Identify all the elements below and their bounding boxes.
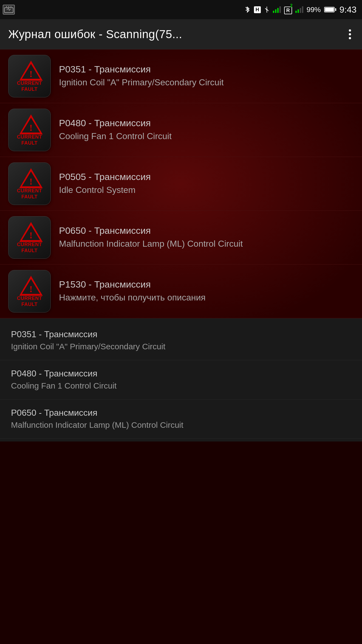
fault-badge-text-3: CURRENT FAULT xyxy=(17,242,42,254)
bluetooth-icon xyxy=(244,5,251,14)
fault-info-3: P0650 - Трансмиссия Malfunction Indicato… xyxy=(59,225,354,250)
warning-triangle-3: ! xyxy=(19,221,41,241)
app-title: Журнал ошибок - Scanning(75... xyxy=(8,28,182,41)
fault-code-1: P0480 - Трансмиссия xyxy=(59,118,354,128)
fault-badge-4: ! CURRENT FAULT xyxy=(8,270,51,313)
battery-percent: 99% xyxy=(307,5,321,14)
fault-code-2: P0505 - Трансмиссия xyxy=(59,171,354,182)
history-desc-2: Malfunction Indicator Lamp (ML) Control … xyxy=(11,420,351,430)
battery-icon xyxy=(324,7,336,12)
signal-bars-2 xyxy=(295,6,303,13)
status-left xyxy=(3,5,15,15)
fault-info-4: P1530 - Трансмиссия Нажмите, чтобы получ… xyxy=(59,279,354,303)
history-item-2[interactable]: P0650 - Трансмиссия Malfunction Indicato… xyxy=(0,400,362,439)
status-time: 9:43 xyxy=(340,5,357,15)
fault-badge-text-2: CURRENT FAULT xyxy=(17,188,42,200)
fault-item-3[interactable]: ! CURRENT FAULT P0650 - Трансмиссия Malf… xyxy=(0,211,362,265)
more-menu-button[interactable] xyxy=(346,27,354,42)
fault-badge-text-4: CURRENT FAULT xyxy=(17,296,42,307)
fault-badge-3: ! CURRENT FAULT xyxy=(8,216,51,259)
svg-text:!: ! xyxy=(29,230,32,240)
fault-badge-text-1: CURRENT FAULT xyxy=(17,134,42,146)
fault-desc-4: Нажмите, чтобы получить описания xyxy=(59,292,354,303)
fault-info-0: P0351 - Трансмиссия Ignition Coil "A" Pr… xyxy=(59,64,354,88)
fault-badge-text-0: CURRENT FAULT xyxy=(17,80,42,92)
data-arrows-icon xyxy=(264,6,270,13)
warning-triangle-4: ! xyxy=(19,275,41,294)
history-item-1[interactable]: P0480 - Трансмиссия Cooling Fan 1 Contro… xyxy=(0,360,362,400)
history-code-2: P0650 - Трансмиссия xyxy=(11,408,351,418)
network-h-badge: H xyxy=(254,6,261,13)
warning-triangle-0: ! xyxy=(19,60,41,79)
fault-desc-3: Malfunction Indicator Lamp (ML) Control … xyxy=(59,238,354,250)
network-r-area: 2 R xyxy=(284,5,292,14)
fault-item-1[interactable]: ! CURRENT FAULT P0480 - Трансмиссия Cool… xyxy=(0,103,362,157)
fault-badge-0: ! CURRENT FAULT xyxy=(8,55,51,97)
signal-bars-1 xyxy=(273,6,281,13)
fault-code-0: P0351 - Трансмиссия xyxy=(59,64,354,75)
fault-code-3: P0650 - Трансмиссия xyxy=(59,225,354,236)
svg-text:!: ! xyxy=(29,123,32,133)
fault-desc-2: Idle Control System xyxy=(59,184,354,196)
history-item-0[interactable]: P0351 - Трансмиссия Ignition Coil "A" Pr… xyxy=(0,321,362,360)
fault-code-4: P1530 - Трансмиссия xyxy=(59,279,354,290)
history-code-0: P0351 - Трансмиссия xyxy=(11,329,351,339)
status-bar: H 2 R 99% 9:43 xyxy=(0,0,362,19)
svg-rect-0 xyxy=(4,8,13,13)
current-faults-section: ! CURRENT FAULT P0351 - Трансмиссия Igni… xyxy=(0,49,362,318)
status-right: H 2 R 99% 9:43 xyxy=(244,5,357,15)
fault-info-2: P0505 - Трансмиссия Idle Control System xyxy=(59,171,354,196)
history-desc-1: Cooling Fan 1 Control Circuit xyxy=(11,380,351,391)
fault-badge-1: ! CURRENT FAULT xyxy=(8,109,51,151)
history-code-1: P0480 - Трансмиссия xyxy=(11,369,351,379)
fault-item-2[interactable]: ! CURRENT FAULT P0505 - Трансмиссия Idle… xyxy=(0,157,362,211)
warning-triangle-2: ! xyxy=(19,168,41,187)
fault-desc-0: Ignition Coil "A" Primary/Secondary Circ… xyxy=(59,77,354,88)
obd-icon xyxy=(3,5,15,15)
app-header: Журнал ошибок - Scanning(75... xyxy=(0,19,362,49)
fault-desc-1: Cooling Fan 1 Control Circuit xyxy=(59,131,354,142)
svg-text:!: ! xyxy=(29,69,32,79)
fault-item-0[interactable]: ! CURRENT FAULT P0351 - Трансмиссия Igni… xyxy=(0,49,362,103)
history-faults-section: P0351 - Трансмиссия Ignition Coil "A" Pr… xyxy=(0,318,362,441)
svg-text:!: ! xyxy=(29,176,32,187)
fault-badge-2: ! CURRENT FAULT xyxy=(8,162,51,205)
svg-text:!: ! xyxy=(29,284,32,294)
r-superscript: 2 xyxy=(290,3,293,8)
fault-info-1: P0480 - Трансмиссия Cooling Fan 1 Contro… xyxy=(59,118,354,142)
history-desc-0: Ignition Coil "A" Primary/Secondary Circ… xyxy=(11,341,351,352)
fault-item-4[interactable]: ! CURRENT FAULT P1530 - Трансмиссия Нажм… xyxy=(0,265,362,318)
warning-triangle-1: ! xyxy=(19,114,41,133)
